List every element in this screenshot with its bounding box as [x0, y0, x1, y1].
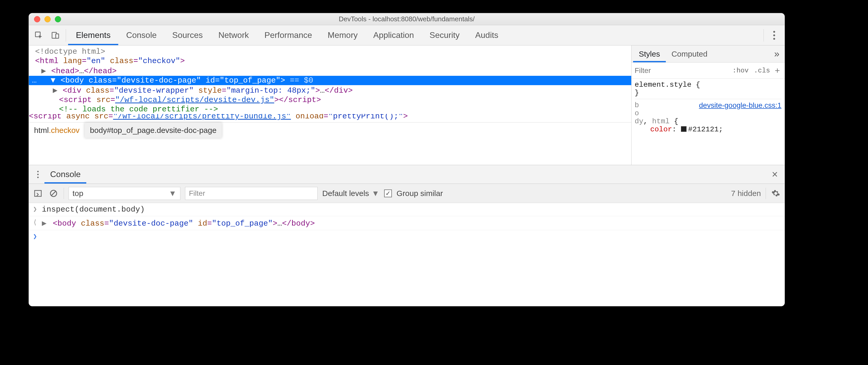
dom-node[interactable]: ▶ <head>…</head> — [29, 66, 631, 76]
drawer-more-icon[interactable] — [31, 171, 44, 178]
tab-console[interactable]: Console — [118, 25, 164, 45]
tab-audits[interactable]: Audits — [467, 25, 506, 45]
console-filter-input[interactable]: Filter — [185, 187, 317, 200]
expand-icon[interactable]: ▶ — [53, 86, 58, 95]
execution-context-select[interactable]: top▼ — [69, 187, 180, 200]
dom-node[interactable]: <!-- loads the code prettifier --> — [29, 105, 631, 114]
svg-point-4 — [773, 34, 775, 36]
tab-computed[interactable]: Computed — [666, 45, 713, 62]
log-levels-select[interactable]: Default levels▼ — [322, 189, 379, 198]
svg-rect-9 — [35, 190, 41, 196]
input-chevron-icon: ❯ — [33, 205, 42, 213]
dom-node[interactable]: <script src="/wf-local/scripts/devsite-d… — [29, 95, 631, 105]
console-output[interactable]: ❯ inspect(document.body) ⟨ ▶ <body class… — [29, 203, 784, 306]
output-chevron-icon: ⟨ — [33, 218, 42, 227]
styles-panel: Styles Computed » :hov .cls + element.st… — [631, 45, 784, 165]
console-input-row[interactable]: ❯ inspect(document.body) — [29, 203, 784, 216]
styles-rules[interactable]: element.style { } devsite-google-blue.cs… — [631, 79, 784, 135]
dom-node[interactable]: ▶ <div class="devsite-wrapper" style="ma… — [29, 85, 631, 95]
close-drawer-icon[interactable]: × — [768, 168, 782, 180]
tab-sources[interactable]: Sources — [164, 25, 211, 45]
svg-point-5 — [773, 38, 775, 39]
tab-memory[interactable]: Memory — [320, 25, 366, 45]
console-drawer: Console × top▼ Filter Default levels▼ Gr… — [29, 165, 784, 306]
dom-node[interactable]: <html lang="en" class="checkov"> — [29, 56, 631, 66]
toolbar-separator — [66, 29, 66, 41]
inspect-element-icon[interactable] — [30, 27, 47, 44]
css-rule[interactable]: devsite-google-blue.css:1 b o dy, html {… — [634, 99, 781, 133]
expand-icon[interactable]: ▶ — [42, 219, 46, 228]
svg-line-11 — [52, 191, 56, 196]
css-property[interactable]: color — [650, 125, 672, 133]
drawer-tabs: Console × — [29, 165, 784, 184]
svg-point-3 — [773, 31, 775, 32]
stylesheet-source-link[interactable]: devsite-google-blue.css:1 — [699, 101, 781, 109]
group-similar-label: Group similar — [397, 189, 443, 198]
tab-elements[interactable]: Elements — [68, 25, 118, 45]
breadcrumb: html.checkov body#top_of_page.devsite-do… — [29, 122, 631, 138]
dom-node[interactable]: <!doctype html> — [29, 47, 631, 56]
drawer-tab-console[interactable]: Console — [44, 165, 86, 184]
chevron-down-icon: ▼ — [169, 189, 177, 198]
element-style-block[interactable]: element.style { } — [634, 81, 781, 97]
cls-toggle[interactable]: .cls — [751, 67, 773, 74]
css-value[interactable]: #212121 — [688, 125, 719, 133]
dom-node-selected[interactable]: … ▼ <body class="devsite-doc-page" id="t… — [29, 76, 631, 85]
tab-network[interactable]: Network — [211, 25, 256, 45]
styles-filter-input[interactable] — [634, 66, 730, 75]
color-swatch-icon[interactable] — [681, 126, 687, 132]
prompt-chevron-icon: ❯ — [33, 232, 42, 241]
collapse-icon[interactable]: ▼ — [51, 76, 56, 85]
window-title: DevTools - localhost:8080/web/fundamenta… — [29, 15, 784, 23]
breadcrumb-item-selected[interactable]: body#top_of_page.devsite-doc-page — [85, 123, 222, 138]
chevron-down-icon: ▼ — [372, 189, 379, 198]
more-tabs-icon[interactable]: » — [771, 48, 783, 60]
new-style-rule-icon[interactable]: + — [773, 65, 782, 75]
console-toolbar: top▼ Filter Default levels▼ Group simila… — [29, 184, 784, 203]
tab-security[interactable]: Security — [422, 25, 467, 45]
console-result-row[interactable]: ⟨ ▶ <body class="devsite-doc-page" id="t… — [29, 216, 784, 230]
console-prompt[interactable]: ❯ — [29, 230, 784, 243]
hidden-messages-count[interactable]: 7 hidden — [731, 189, 761, 198]
clear-console-icon[interactable] — [48, 188, 59, 199]
window-titlebar: DevTools - localhost:8080/web/fundamenta… — [29, 13, 784, 25]
breadcrumb-item[interactable]: html.checkov — [29, 123, 85, 138]
main-tabs: Elements Console Sources Network Perform… — [29, 25, 784, 45]
console-settings-icon[interactable] — [771, 188, 781, 199]
toolbar-separator — [764, 29, 764, 41]
devtools-window: DevTools - localhost:8080/web/fundamenta… — [29, 13, 785, 306]
svg-point-6 — [37, 171, 39, 172]
hov-toggle[interactable]: :hov — [730, 67, 751, 74]
device-toolbar-icon[interactable] — [47, 27, 64, 44]
more-options-icon[interactable] — [766, 27, 782, 44]
show-console-sidebar-icon[interactable] — [32, 188, 43, 199]
group-similar-checkbox[interactable] — [384, 190, 392, 197]
panel-main: <!doctype html> <html lang="en" class="c… — [29, 45, 784, 165]
svg-rect-2 — [56, 34, 59, 38]
svg-point-8 — [37, 176, 39, 178]
styles-tabs: Styles Computed » — [631, 45, 784, 63]
tab-performance[interactable]: Performance — [257, 25, 320, 45]
svg-point-7 — [37, 174, 39, 175]
styles-filter-row: :hov .cls + — [631, 63, 784, 79]
dom-tree[interactable]: <!doctype html> <html lang="en" class="c… — [29, 45, 631, 165]
tab-application[interactable]: Application — [365, 25, 422, 45]
tab-styles[interactable]: Styles — [633, 45, 666, 62]
expand-icon[interactable]: ▶ — [41, 66, 46, 75]
dom-node[interactable]: <script async src="/wf-local/scripts/pre… — [29, 114, 631, 122]
